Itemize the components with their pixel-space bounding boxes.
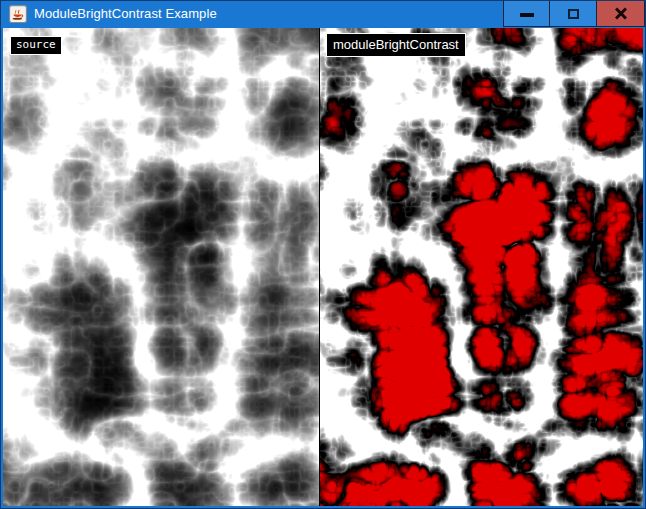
source-image bbox=[3, 28, 319, 506]
close-icon bbox=[614, 7, 628, 21]
maximize-button[interactable] bbox=[550, 1, 597, 27]
close-button[interactable] bbox=[597, 1, 645, 27]
source-panel: source bbox=[3, 28, 319, 506]
source-label: source bbox=[10, 36, 62, 55]
java-coffee-cup-icon[interactable] bbox=[9, 5, 27, 23]
minimize-icon bbox=[520, 13, 534, 17]
module-bright-contrast-image bbox=[320, 28, 643, 506]
minimize-button[interactable] bbox=[503, 1, 550, 27]
titlebar[interactable]: ModuleBrightContrast Example bbox=[1, 1, 645, 28]
window-title: ModuleBrightContrast Example bbox=[34, 1, 217, 27]
module-bright-contrast-panel: moduleBrightContrast bbox=[320, 28, 643, 506]
content-area: source moduleBrightContrast bbox=[3, 28, 643, 506]
window: ModuleBrightContrast Example source modu… bbox=[0, 0, 646, 509]
maximize-icon bbox=[568, 9, 579, 19]
module-bright-contrast-label: moduleBrightContrast bbox=[326, 33, 466, 57]
titlebar-buttons bbox=[503, 1, 645, 27]
